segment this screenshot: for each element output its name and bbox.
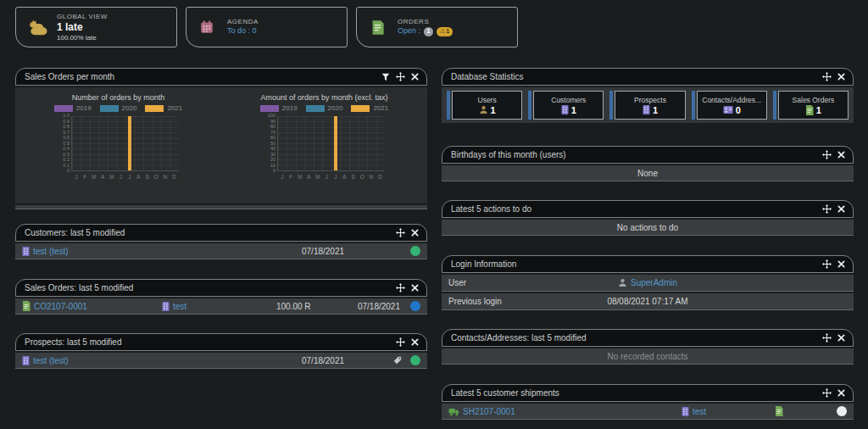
shipments-panel: Latest 5 customer shipments SH2107-0001 … — [442, 384, 854, 420]
close-icon[interactable] — [411, 229, 419, 237]
contact-icon — [723, 105, 733, 114]
card-title: AGENDA — [227, 18, 259, 26]
weather-icon — [16, 18, 57, 36]
stat-box-contacts[interactable]: Contacts/Addres... 0 — [692, 91, 767, 120]
panel-header: Prospects: last 5 modified — [15, 333, 427, 351]
close-icon[interactable] — [837, 389, 845, 397]
warning-icon: ⚠ — [440, 28, 445, 36]
orders-body: ORDERS Open : 1 ⚠1 — [398, 18, 453, 36]
customers-panel: Customers: last 5 modified test (test) 0… — [15, 224, 427, 259]
panel-title: Customers: last 5 modified — [16, 228, 396, 237]
plot-area — [277, 116, 385, 171]
move-icon[interactable] — [822, 204, 832, 214]
panel-footer — [15, 205, 427, 209]
stat-box-sales-orders[interactable]: Sales Orders 1 — [773, 91, 849, 120]
move-icon[interactable] — [396, 228, 405, 237]
late-count: 1 late — [57, 21, 108, 34]
late-percent: 100.00% late — [57, 34, 108, 42]
legend-swatch — [54, 105, 73, 112]
contacts-panel: Contacts/Addresses: last 5 modified No r… — [442, 329, 854, 365]
chart-legend: 201920202021 — [47, 104, 190, 112]
dashboard: GLOBAL VIEW 1 late 100.00% late AGENDA T… — [0, 0, 868, 429]
y-axis-ticks: 1.00.90.80.70.60.50.40.30.20.10 — [58, 116, 71, 171]
global-view-body: GLOBAL VIEW 1 late 100.00% late — [57, 13, 108, 42]
orders-open-label: Open : — [398, 26, 420, 36]
prospects-panel: Prospects: last 5 modified test (test) 0… — [15, 333, 427, 369]
contacts-empty-row: No recorded contacts — [442, 348, 854, 365]
login-info-panel: Login Information User SuperAdmin Previo… — [442, 255, 854, 310]
order-thirdparty-link[interactable]: test — [162, 302, 276, 311]
filter-icon[interactable] — [381, 73, 390, 81]
panel-header: Login Information — [442, 255, 854, 273]
close-icon[interactable] — [411, 73, 419, 81]
agenda-card[interactable]: AGENDA To do : 0 — [186, 7, 348, 47]
shipment-ref-link[interactable]: SH2107-0001 — [448, 407, 682, 416]
legend-item-2020: 2020 — [100, 104, 137, 112]
previous-login-row: Previous login 08/08/2021 07:17 AM — [442, 293, 854, 310]
panel-title: Latest 5 actions to do — [442, 204, 822, 214]
panel-header: Birthdays of this month (users) — [442, 146, 854, 164]
todo-link[interactable]: To do : 0 — [227, 26, 259, 36]
move-icon[interactable] — [396, 72, 405, 81]
document-icon — [805, 105, 814, 115]
modified-date: 07/18/2021 — [327, 302, 400, 311]
charts-container: Number of orders by month2019202020211.0… — [15, 87, 427, 203]
close-icon[interactable] — [837, 205, 845, 213]
move-icon[interactable] — [396, 283, 405, 292]
calendar-icon — [186, 20, 227, 35]
panel-title: Prospects: last 5 modified — [16, 337, 396, 347]
document-icon — [775, 406, 783, 416]
left-column: Sales Orders per month Number of orders … — [15, 68, 427, 369]
customer-link[interactable]: test (test) — [22, 247, 302, 256]
modified-date: 07/18/2021 — [302, 247, 344, 256]
building-icon — [682, 407, 689, 416]
close-icon[interactable] — [837, 73, 845, 81]
building-icon — [162, 302, 170, 311]
shipment-row: SH2107-0001 test — [442, 404, 854, 420]
chart-number-of-orders: Number of orders by month2019202020211.0… — [15, 93, 221, 200]
user-icon — [479, 105, 488, 114]
move-icon[interactable] — [822, 388, 832, 398]
close-icon[interactable] — [837, 260, 845, 268]
move-icon[interactable] — [822, 72, 832, 81]
move-icon[interactable] — [822, 259, 832, 269]
stat-box-prospects[interactable]: Prospects 1 — [609, 91, 685, 120]
close-icon[interactable] — [837, 151, 845, 159]
card-title: GLOBAL VIEW — [57, 13, 108, 21]
panel-title: Sales Orders per month — [16, 72, 381, 81]
previous-login-label: Previous login — [448, 297, 502, 306]
user-link[interactable]: SuperAdmin — [618, 278, 677, 287]
bar-2021 — [334, 116, 337, 170]
document-icon — [22, 301, 31, 311]
stat-box-customers[interactable]: Customers 1 — [528, 91, 604, 120]
legend-item-2021: 2021 — [351, 104, 388, 112]
modified-date: 07/18/2021 — [302, 356, 344, 365]
legend-item-2019: 2019 — [260, 104, 298, 112]
avatar-icon — [618, 278, 627, 287]
move-icon[interactable] — [822, 333, 832, 343]
order-ref-link[interactable]: CO2107-0001 — [22, 301, 162, 311]
prospect-row: test (test) 07/18/2021 — [15, 353, 427, 369]
orders-card[interactable]: ORDERS Open : 1 ⚠1 — [356, 7, 518, 47]
previous-login-value: 08/08/2021 07:17 AM — [607, 297, 687, 306]
legend-swatch — [306, 105, 325, 112]
customer-row: test (test) 07/18/2021 — [15, 243, 427, 259]
legend-item-2021: 2021 — [145, 104, 182, 112]
summary-cards: GLOBAL VIEW 1 late 100.00% late AGENDA T… — [15, 7, 518, 47]
legend-item-2019: 2019 — [54, 104, 92, 112]
stat-box-users[interactable]: Users 1 — [447, 91, 522, 120]
chart-legend: 201920202021 — [253, 104, 396, 112]
login-user-row: User SuperAdmin — [442, 275, 854, 292]
close-icon[interactable] — [837, 334, 845, 342]
close-icon[interactable] — [411, 284, 419, 292]
shipment-thirdparty-link[interactable]: test — [682, 407, 775, 416]
prospect-link[interactable]: test (test) — [22, 356, 302, 365]
orders-open-link[interactable]: Open : 1 ⚠1 — [398, 26, 453, 36]
move-icon[interactable] — [822, 150, 832, 159]
stats-body: Users 1 Customers 1 Prospects 1 — [442, 87, 854, 123]
move-icon[interactable] — [396, 337, 405, 347]
global-view-card[interactable]: GLOBAL VIEW 1 late 100.00% late — [15, 7, 177, 47]
panel-header: Database Statistics — [442, 68, 854, 86]
close-icon[interactable] — [411, 338, 419, 346]
chart-title: Amount of orders by month (excl. tax) — [260, 93, 387, 102]
